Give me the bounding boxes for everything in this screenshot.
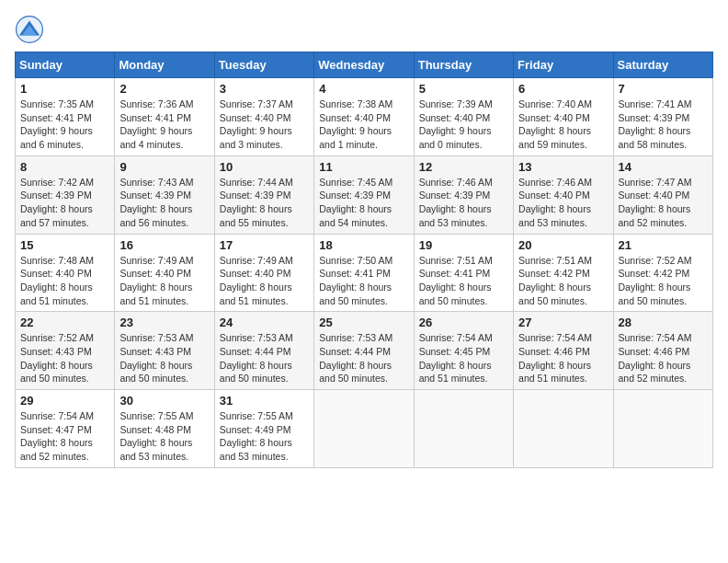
day-number: 3 [220, 82, 309, 96]
calendar-cell: 14Sunrise: 7:47 AM Sunset: 4:40 PM Dayli… [613, 155, 712, 234]
day-number: 13 [518, 160, 608, 174]
day-number: 17 [220, 238, 309, 252]
calendar-cell: 29Sunrise: 7:54 AM Sunset: 4:47 PM Dayli… [16, 390, 115, 468]
calendar-cell: 15Sunrise: 7:48 AM Sunset: 4:40 PM Dayli… [16, 234, 115, 312]
day-info: Sunrise: 7:46 AM Sunset: 4:40 PM Dayligh… [518, 176, 608, 230]
calendar-cell: 31Sunrise: 7:55 AM Sunset: 4:49 PM Dayli… [214, 390, 313, 468]
calendar-cell: 12Sunrise: 7:46 AM Sunset: 4:39 PM Dayli… [414, 155, 513, 234]
day-info: Sunrise: 7:43 AM Sunset: 4:39 PM Dayligh… [119, 176, 209, 230]
day-info: Sunrise: 7:54 AM Sunset: 4:46 PM Dayligh… [518, 331, 608, 385]
day-info: Sunrise: 7:54 AM Sunset: 4:45 PM Dayligh… [419, 331, 508, 385]
day-number: 30 [119, 394, 209, 408]
calendar-table: SundayMondayTuesdayWednesdayThursdayFrid… [15, 52, 713, 468]
calendar-cell: 5Sunrise: 7:39 AM Sunset: 4:40 PM Daylig… [414, 78, 513, 156]
calendar-cell: 27Sunrise: 7:54 AM Sunset: 4:46 PM Dayli… [514, 312, 613, 390]
calendar-cell: 30Sunrise: 7:55 AM Sunset: 4:48 PM Dayli… [115, 390, 214, 468]
day-info: Sunrise: 7:53 AM Sunset: 4:44 PM Dayligh… [319, 331, 408, 385]
day-number: 2 [119, 82, 209, 96]
day-number: 25 [319, 316, 408, 329]
logo [15, 15, 48, 44]
calendar-cell: 28Sunrise: 7:54 AM Sunset: 4:46 PM Dayli… [613, 312, 712, 390]
day-number: 1 [20, 82, 109, 96]
calendar-cell: 18Sunrise: 7:50 AM Sunset: 4:41 PM Dayli… [314, 234, 414, 312]
day-number: 9 [119, 160, 209, 174]
calendar-cell: 1Sunrise: 7:35 AM Sunset: 4:41 PM Daylig… [16, 78, 115, 156]
day-info: Sunrise: 7:49 AM Sunset: 4:40 PM Dayligh… [220, 254, 309, 308]
day-info: Sunrise: 7:54 AM Sunset: 4:47 PM Dayligh… [20, 409, 109, 464]
calendar-cell: 25Sunrise: 7:53 AM Sunset: 4:44 PM Dayli… [314, 312, 414, 390]
day-info: Sunrise: 7:55 AM Sunset: 4:48 PM Dayligh… [119, 409, 209, 464]
day-number: 16 [119, 238, 209, 252]
day-info: Sunrise: 7:39 AM Sunset: 4:40 PM Dayligh… [419, 98, 508, 152]
calendar-week-row: 1Sunrise: 7:35 AM Sunset: 4:41 PM Daylig… [16, 78, 713, 156]
calendar-cell: 21Sunrise: 7:52 AM Sunset: 4:42 PM Dayli… [613, 234, 712, 312]
day-info: Sunrise: 7:46 AM Sunset: 4:39 PM Dayligh… [419, 176, 508, 230]
calendar-cell: 9Sunrise: 7:43 AM Sunset: 4:39 PM Daylig… [115, 155, 214, 234]
day-info: Sunrise: 7:55 AM Sunset: 4:49 PM Dayligh… [220, 409, 309, 464]
day-info: Sunrise: 7:49 AM Sunset: 4:40 PM Dayligh… [119, 254, 209, 308]
calendar-week-row: 29Sunrise: 7:54 AM Sunset: 4:47 PM Dayli… [16, 390, 713, 468]
day-info: Sunrise: 7:45 AM Sunset: 4:39 PM Dayligh… [319, 176, 408, 230]
day-number: 24 [220, 316, 309, 329]
calendar-header-tuesday: Tuesday [214, 52, 313, 78]
day-number: 19 [419, 238, 508, 252]
calendar-cell: 19Sunrise: 7:51 AM Sunset: 4:41 PM Dayli… [414, 234, 513, 312]
day-info: Sunrise: 7:47 AM Sunset: 4:40 PM Dayligh… [619, 176, 708, 230]
calendar-header-wednesday: Wednesday [314, 52, 414, 78]
calendar-cell: 20Sunrise: 7:51 AM Sunset: 4:42 PM Dayli… [514, 234, 613, 312]
day-number: 5 [419, 82, 508, 96]
day-number: 31 [220, 394, 309, 408]
calendar-cell [414, 390, 513, 468]
day-number: 29 [20, 394, 109, 408]
calendar-cell: 23Sunrise: 7:53 AM Sunset: 4:43 PM Dayli… [115, 312, 214, 390]
calendar-cell: 16Sunrise: 7:49 AM Sunset: 4:40 PM Dayli… [115, 234, 214, 312]
day-info: Sunrise: 7:51 AM Sunset: 4:42 PM Dayligh… [518, 254, 608, 308]
day-info: Sunrise: 7:54 AM Sunset: 4:46 PM Dayligh… [619, 331, 708, 385]
day-info: Sunrise: 7:51 AM Sunset: 4:41 PM Dayligh… [419, 254, 508, 308]
calendar-header-friday: Friday [514, 52, 613, 78]
day-info: Sunrise: 7:37 AM Sunset: 4:40 PM Dayligh… [220, 98, 309, 152]
day-number: 21 [619, 238, 708, 252]
day-number: 20 [518, 238, 608, 252]
calendar-header-saturday: Saturday [613, 52, 712, 78]
calendar-week-row: 15Sunrise: 7:48 AM Sunset: 4:40 PM Dayli… [16, 234, 713, 312]
day-number: 15 [20, 238, 109, 252]
calendar-cell: 3Sunrise: 7:37 AM Sunset: 4:40 PM Daylig… [214, 78, 313, 156]
day-info: Sunrise: 7:53 AM Sunset: 4:43 PM Dayligh… [119, 331, 209, 385]
day-number: 8 [20, 160, 109, 174]
day-number: 12 [419, 160, 508, 174]
calendar-cell: 26Sunrise: 7:54 AM Sunset: 4:45 PM Dayli… [414, 312, 513, 390]
day-number: 27 [518, 316, 608, 329]
calendar-cell [613, 390, 712, 468]
day-number: 22 [20, 316, 109, 329]
day-info: Sunrise: 7:40 AM Sunset: 4:40 PM Dayligh… [518, 98, 608, 152]
day-info: Sunrise: 7:50 AM Sunset: 4:41 PM Dayligh… [319, 254, 408, 308]
calendar-cell [514, 390, 613, 468]
logo-icon [15, 15, 44, 44]
calendar-cell: 22Sunrise: 7:52 AM Sunset: 4:43 PM Dayli… [16, 312, 115, 390]
calendar-week-row: 8Sunrise: 7:42 AM Sunset: 4:39 PM Daylig… [16, 155, 713, 234]
day-info: Sunrise: 7:52 AM Sunset: 4:43 PM Dayligh… [20, 331, 109, 385]
calendar-cell: 17Sunrise: 7:49 AM Sunset: 4:40 PM Dayli… [214, 234, 313, 312]
day-number: 6 [518, 82, 608, 96]
day-number: 10 [220, 160, 309, 174]
calendar-cell [314, 390, 414, 468]
calendar-header-thursday: Thursday [414, 52, 513, 78]
calendar-week-row: 22Sunrise: 7:52 AM Sunset: 4:43 PM Dayli… [16, 312, 713, 390]
calendar-cell: 6Sunrise: 7:40 AM Sunset: 4:40 PM Daylig… [514, 78, 613, 156]
day-info: Sunrise: 7:35 AM Sunset: 4:41 PM Dayligh… [20, 98, 109, 152]
day-number: 7 [619, 82, 708, 96]
day-number: 4 [319, 82, 408, 96]
calendar-cell: 8Sunrise: 7:42 AM Sunset: 4:39 PM Daylig… [16, 155, 115, 234]
day-number: 18 [319, 238, 408, 252]
day-info: Sunrise: 7:53 AM Sunset: 4:44 PM Dayligh… [220, 331, 309, 385]
page-header [15, 15, 713, 44]
day-number: 14 [619, 160, 708, 174]
calendar-cell: 2Sunrise: 7:36 AM Sunset: 4:41 PM Daylig… [115, 78, 214, 156]
day-info: Sunrise: 7:48 AM Sunset: 4:40 PM Dayligh… [20, 254, 109, 308]
calendar-cell: 7Sunrise: 7:41 AM Sunset: 4:39 PM Daylig… [613, 78, 712, 156]
calendar-cell: 24Sunrise: 7:53 AM Sunset: 4:44 PM Dayli… [214, 312, 313, 390]
day-info: Sunrise: 7:52 AM Sunset: 4:42 PM Dayligh… [619, 254, 708, 308]
calendar-cell: 11Sunrise: 7:45 AM Sunset: 4:39 PM Dayli… [314, 155, 414, 234]
day-number: 28 [619, 316, 708, 329]
